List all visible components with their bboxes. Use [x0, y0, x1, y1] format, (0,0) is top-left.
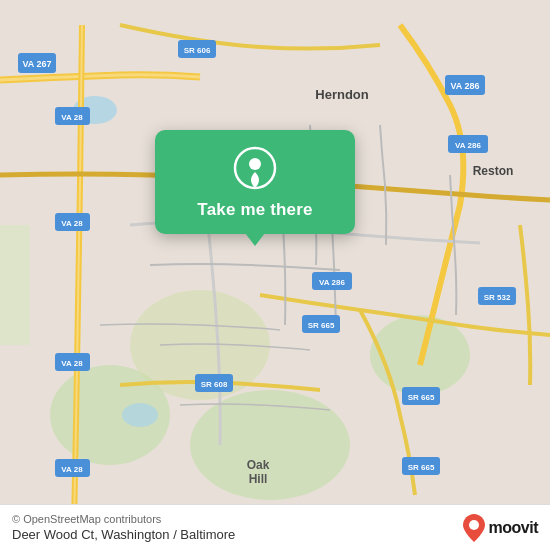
map-roads: VA 267 SR 606 VA 286 VA 28 VA 286 VA 28 … [0, 0, 550, 550]
moovit-logo: moovit [463, 514, 538, 542]
svg-text:VA 28: VA 28 [61, 219, 83, 228]
map-container: VA 267 SR 606 VA 286 VA 28 VA 286 VA 28 … [0, 0, 550, 550]
take-me-there-button[interactable]: Take me there [197, 200, 312, 220]
svg-text:VA 28: VA 28 [61, 465, 83, 474]
svg-text:SR 665: SR 665 [408, 393, 435, 402]
svg-point-1 [190, 390, 350, 500]
svg-text:Reston: Reston [473, 164, 514, 178]
svg-text:VA 28: VA 28 [61, 359, 83, 368]
location-pin-icon [233, 146, 277, 190]
bottom-bar: © OpenStreetMap contributors Deer Wood C… [0, 504, 550, 550]
copyright-text: © OpenStreetMap contributors [12, 513, 235, 525]
moovit-brand-name: moovit [489, 519, 538, 537]
moovit-pin-icon [463, 514, 485, 542]
svg-text:Hill: Hill [249, 472, 268, 486]
svg-text:SR 665: SR 665 [408, 463, 435, 472]
svg-text:VA 286: VA 286 [450, 81, 479, 91]
svg-text:SR 608: SR 608 [201, 380, 228, 389]
svg-text:Oak: Oak [247, 458, 270, 472]
svg-text:SR 606: SR 606 [184, 46, 211, 55]
svg-point-40 [249, 158, 261, 170]
svg-text:VA 286: VA 286 [319, 278, 345, 287]
popup-card: Take me there [155, 130, 355, 234]
location-text: Deer Wood Ct, Washington / Baltimore [12, 527, 235, 542]
svg-text:SR 532: SR 532 [484, 293, 511, 302]
svg-point-6 [122, 403, 158, 427]
svg-rect-3 [0, 225, 30, 345]
svg-text:SR 665: SR 665 [308, 321, 335, 330]
svg-text:VA 28: VA 28 [61, 113, 83, 122]
svg-text:VA 286: VA 286 [455, 141, 481, 150]
svg-text:VA 267: VA 267 [22, 59, 51, 69]
svg-point-41 [469, 520, 479, 530]
svg-text:Herndon: Herndon [315, 87, 369, 102]
